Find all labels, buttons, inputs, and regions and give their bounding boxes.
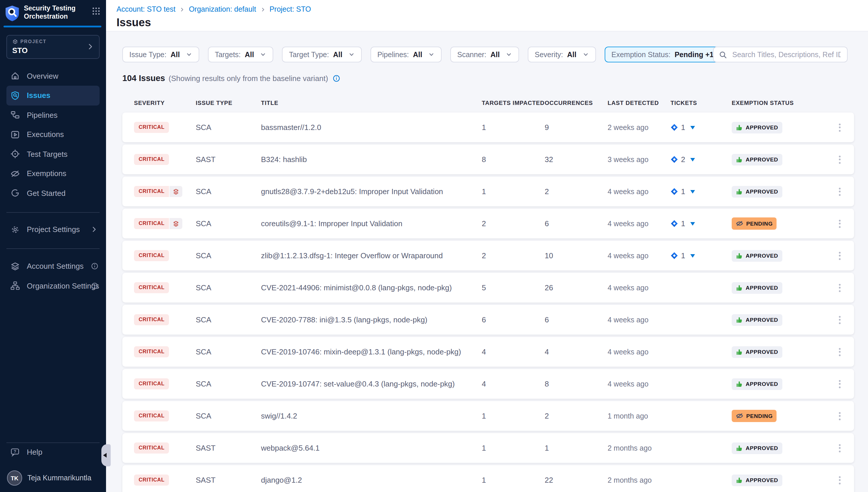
filter-targets[interactable]: Targets: All <box>208 47 273 63</box>
table-row[interactable]: CRITICAL SCA CVE-2021-44906: minimist@0.… <box>122 273 854 302</box>
info-icon[interactable] <box>91 282 99 290</box>
svg-text:?: ? <box>14 448 16 453</box>
row-menu-button[interactable] <box>835 281 844 294</box>
row-menu-button[interactable] <box>835 313 844 326</box>
sidebar-item-overview[interactable]: Overview <box>0 66 106 86</box>
module-grid-icon[interactable] <box>92 7 100 15</box>
sidebar-collapse-handle[interactable] <box>101 444 111 466</box>
breadcrumb-link-organization[interactable]: Organization: default <box>189 5 256 14</box>
issue-type: SCA <box>196 347 261 356</box>
sidebar-item-label: Organization Settings <box>27 281 99 290</box>
table-row[interactable]: CRITICAL SCA swig//1.4.2 1 2 1 month ago… <box>122 401 854 431</box>
sidebar-item-executions[interactable]: Executions <box>0 125 106 144</box>
issue-type: SCA <box>196 187 261 196</box>
column-header: EXEMPTION STATUS <box>732 99 834 106</box>
sidebar-item-organization-settings[interactable]: Organization Settings <box>0 276 106 296</box>
table-row[interactable]: CRITICAL SAST django@1.2 1 22 2 months a… <box>122 465 854 492</box>
severity-badge: CRITICAL <box>134 218 183 229</box>
table-row[interactable]: CRITICAL SCA CVE-2019-10746: mixin-deep@… <box>122 337 854 367</box>
user-menu[interactable]: TK Teja Kummarikuntla <box>0 470 106 486</box>
chevron-down-icon <box>186 51 192 58</box>
sidebar-item-exemptions[interactable]: Exemptions <box>0 164 106 183</box>
ticket-dropdown-caret-icon[interactable] <box>690 158 695 161</box>
chevron-down-icon <box>348 51 354 58</box>
breadcrumb-link-project[interactable]: Project: STO <box>269 5 311 14</box>
table-row[interactable]: CRITICAL SCA CVE-2020-7788: ini@1.3.5 (l… <box>122 305 854 335</box>
sidebar-item-help[interactable]: ? Help <box>0 444 106 460</box>
info-icon[interactable] <box>91 263 99 270</box>
info-icon[interactable] <box>333 74 340 82</box>
row-menu-button[interactable] <box>835 185 844 198</box>
ticket-count: 1 <box>681 219 685 228</box>
main-content: Account: STO test Organization: default … <box>106 0 868 492</box>
sidebar-item-pipelines[interactable]: Pipelines <box>0 105 106 125</box>
chevron-right-icon <box>179 7 185 12</box>
severity-badge: CRITICAL <box>134 122 169 133</box>
sidebar-item-project-settings[interactable]: Project Settings <box>0 220 106 239</box>
sidebar-item-get-started[interactable]: Get Started <box>0 183 106 203</box>
ticket-dropdown-caret-icon[interactable] <box>690 190 695 193</box>
issue-title: django@1.2 <box>261 476 482 485</box>
ticket-dropdown-caret-icon[interactable] <box>690 254 695 257</box>
row-menu-button[interactable] <box>835 474 844 487</box>
project-selector[interactable]: PROJECT STO <box>6 35 100 58</box>
filter-issue-type[interactable]: Issue Type: All <box>122 47 199 63</box>
sidebar-divider <box>6 212 100 213</box>
ticket-dropdown-caret-icon[interactable] <box>690 222 695 225</box>
module-accent-rule <box>3 26 101 27</box>
row-menu-button[interactable] <box>835 249 844 262</box>
search-icon <box>719 50 727 58</box>
ticket-dropdown-caret-icon[interactable] <box>690 126 695 129</box>
issue-type: SCA <box>196 219 261 228</box>
row-menu-button[interactable] <box>835 217 844 230</box>
column-header: TITLE <box>261 99 482 106</box>
targets-impacted: 1 <box>482 444 545 452</box>
help-label: Help <box>27 448 43 457</box>
ticket-count: 2 <box>681 155 685 164</box>
chevron-down-icon <box>582 51 589 58</box>
filter-value: All <box>567 50 576 58</box>
table-row[interactable]: CRITICAL SAST B324: hashlib 8 32 3 weeks… <box>122 145 854 174</box>
row-menu-button[interactable] <box>835 121 844 134</box>
filter-scanner[interactable]: Scanner: All <box>450 47 519 63</box>
breadcrumb-link-account[interactable]: Account: STO test <box>116 5 175 14</box>
issue-type: SCA <box>196 251 261 260</box>
targets-impacted: 5 <box>482 283 545 292</box>
last-detected: 2 months ago <box>608 476 670 484</box>
filter-label: Targets: <box>215 50 241 58</box>
targets-impacted: 2 <box>482 219 545 228</box>
row-menu-button[interactable] <box>835 377 844 390</box>
filter-pipelines[interactable]: Pipelines: All <box>370 47 441 63</box>
table-row[interactable]: CRITICAL SCA bassmaster//1.2.0 1 9 2 wee… <box>122 113 854 142</box>
issue-type: SCA <box>196 412 261 420</box>
row-menu-button[interactable] <box>835 442 844 454</box>
sidebar-item-label: Account Settings <box>27 262 84 271</box>
exemption-status-badge: APPROVED <box>732 282 782 294</box>
table-row[interactable]: CRITICAL SCA CVE-2019-10747: set-value@0… <box>122 369 854 399</box>
row-menu-button[interactable] <box>835 153 844 166</box>
thumbs-up-icon <box>736 380 743 387</box>
table-row[interactable]: CRITICAL SCA gnutls28@3.7.9-2+deb12u5: I… <box>122 177 854 206</box>
row-menu-button[interactable] <box>835 345 844 358</box>
filter-label: Severity: <box>535 50 563 58</box>
filter-value: Pending +1 <box>675 50 714 58</box>
filter-target-type[interactable]: Target Type: All <box>282 47 362 63</box>
occurrences: 22 <box>545 476 608 485</box>
table-row[interactable]: CRITICAL SCA zlib@1:1.2.13.dfsg-1: Integ… <box>122 241 854 270</box>
sidebar-item-label: Project Settings <box>27 225 80 234</box>
search-input[interactable] <box>731 50 842 59</box>
filter-severity[interactable]: Severity: All <box>528 47 596 63</box>
org-chart-gear-icon <box>10 281 20 291</box>
issue-title: zlib@1:1.2.13.dfsg-1: Integer Overflow o… <box>261 251 482 260</box>
sidebar-item-issues[interactable]: Issues <box>6 86 100 105</box>
sidebar-item-account-settings[interactable]: Account Settings <box>0 256 106 276</box>
thumbs-up-icon <box>736 188 743 195</box>
filter-label: Pipelines: <box>377 50 409 58</box>
filter-label: Exemption Status: <box>611 50 670 58</box>
sidebar-item-test-targets[interactable]: Test Targets <box>0 144 106 164</box>
thumbs-up-icon <box>736 124 743 131</box>
table-row[interactable]: CRITICAL SAST webpack@5.64.1 1 1 2 month… <box>122 433 854 463</box>
filter-value: All <box>170 50 180 58</box>
table-row[interactable]: CRITICAL SCA coreutils@9.1-1: Improper I… <box>122 209 854 239</box>
row-menu-button[interactable] <box>835 410 844 422</box>
